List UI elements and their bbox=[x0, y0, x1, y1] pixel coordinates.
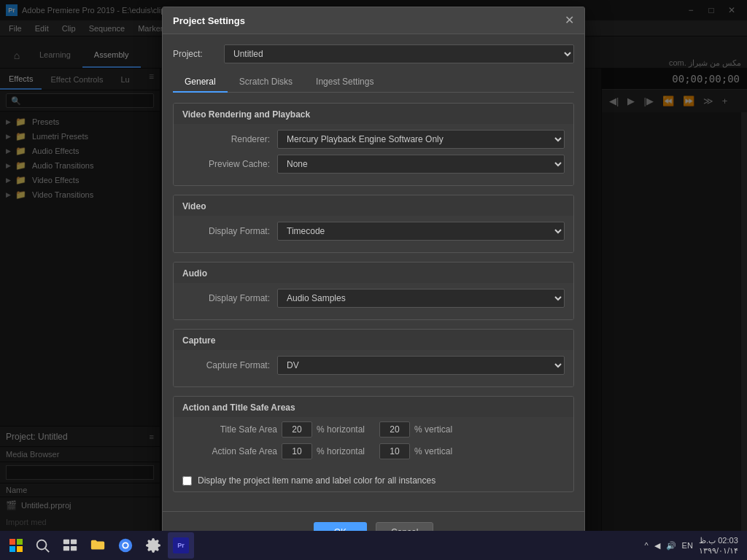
modal-title: Project Settings bbox=[173, 15, 245, 26]
taskbar-search[interactable] bbox=[29, 532, 55, 559]
action-safe-h-input[interactable] bbox=[282, 443, 312, 459]
preview-cache-label: Preview Cache: bbox=[182, 159, 270, 169]
taskbar-volume[interactable]: 🔊 bbox=[666, 541, 676, 551]
project-row-label: Project: bbox=[173, 49, 217, 59]
capture-section: Capture Capture Format: DV bbox=[173, 329, 574, 387]
modal-overlay: Project Settings ✕ Project: Untitled Gen… bbox=[0, 0, 747, 560]
svg-rect-2 bbox=[9, 546, 15, 552]
video-section: Video Display Format: Timecode bbox=[173, 195, 574, 253]
modal-titlebar: Project Settings ✕ bbox=[163, 7, 584, 34]
audio-format-label: Display Format: bbox=[182, 293, 270, 303]
action-safe-row: Action Safe Area % horizontal % vertical bbox=[182, 443, 565, 459]
title-safe-h-input[interactable] bbox=[282, 421, 312, 438]
svg-line-5 bbox=[45, 548, 49, 552]
modal-body: Project: Untitled General Scratch Disks … bbox=[163, 34, 584, 511]
video-rendering-content: Renderer: Mercury Playback Engine Softwa… bbox=[174, 124, 573, 185]
renderer-label: Renderer: bbox=[182, 134, 270, 144]
action-safe-v-unit: % vertical bbox=[414, 446, 452, 456]
preview-cache-row: Preview Cache: None bbox=[182, 155, 565, 174]
audio-format-select[interactable]: Audio Samples bbox=[277, 289, 565, 308]
action-safe-v-input[interactable] bbox=[379, 443, 410, 459]
title-safe-row: Title Safe Area % horizontal % vertical bbox=[182, 421, 565, 438]
video-format-row: Display Format: Timecode bbox=[182, 222, 565, 241]
taskbar-hidden-icons[interactable]: ^ bbox=[644, 541, 648, 550]
capture-section-content: Capture Format: DV bbox=[174, 350, 573, 386]
svg-rect-7 bbox=[71, 540, 77, 544]
taskbar-premiere[interactable]: Pr bbox=[168, 532, 194, 559]
title-safe-h-unit: % horizontal bbox=[317, 424, 365, 435]
taskbar-file-manager[interactable] bbox=[85, 532, 111, 559]
video-format-label: Display Format: bbox=[182, 226, 270, 236]
start-button[interactable] bbox=[3, 532, 29, 559]
video-rendering-section: Video Rendering and Playback Renderer: M… bbox=[173, 103, 574, 186]
capture-format-label: Capture Format: bbox=[182, 360, 270, 370]
modal-tab-scratch[interactable]: Scratch Disks bbox=[228, 72, 304, 93]
project-row: Project: Untitled bbox=[173, 44, 574, 63]
svg-rect-0 bbox=[9, 539, 15, 545]
preview-cache-select[interactable]: None bbox=[277, 155, 565, 174]
modal-tab-ingest[interactable]: Ingest Settings bbox=[304, 72, 385, 93]
action-safe-label: Action Safe Area bbox=[182, 446, 277, 456]
taskbar-browser[interactable] bbox=[112, 532, 139, 559]
audio-format-row: Display Format: Audio Samples bbox=[182, 289, 565, 308]
svg-rect-8 bbox=[63, 546, 69, 551]
taskbar-task-view[interactable] bbox=[57, 532, 83, 559]
modal-tabs: General Scratch Disks Ingest Settings bbox=[173, 72, 574, 93]
taskbar-network: ◀ bbox=[654, 541, 660, 551]
action-safe-h-unit: % horizontal bbox=[317, 446, 365, 456]
project-settings-dialog: Project Settings ✕ Project: Untitled Gen… bbox=[162, 7, 585, 553]
clock-time: 02:03 ب.ظ bbox=[699, 535, 738, 545]
renderer-row: Renderer: Mercury Playback Engine Softwa… bbox=[182, 130, 565, 149]
project-select[interactable]: Untitled bbox=[224, 44, 574, 63]
taskbar-lang: EN bbox=[682, 541, 693, 550]
modal-close-button[interactable]: ✕ bbox=[565, 15, 574, 26]
taskbar-settings[interactable] bbox=[140, 532, 166, 559]
title-safe-v-unit: % vertical bbox=[414, 424, 452, 435]
audio-section-title: Audio bbox=[174, 262, 573, 283]
taskbar-time: 02:03 ب.ظ ۱۳۹۹/۰۱/۱۴ bbox=[699, 535, 738, 556]
safe-areas-content: Title Safe Area % horizontal % vertical … bbox=[174, 417, 573, 470]
svg-rect-6 bbox=[63, 540, 69, 544]
clock-date: ۱۳۹۹/۰۱/۱۴ bbox=[699, 545, 738, 556]
svg-point-12 bbox=[123, 543, 128, 548]
audio-section-content: Display Format: Audio Samples bbox=[174, 283, 573, 319]
modal-tab-general[interactable]: General bbox=[173, 72, 228, 93]
svg-rect-9 bbox=[71, 546, 77, 551]
video-rendering-title: Video Rendering and Playback bbox=[174, 104, 573, 124]
taskbar-icons: Pr bbox=[29, 532, 194, 559]
taskbar: Pr 02:03 ب.ظ ۱۳۹۹/۰۱/۱۴ EN 🔊 ◀ ^ bbox=[0, 531, 747, 560]
taskbar-right: 02:03 ب.ظ ۱۳۹۹/۰۱/۱۴ EN 🔊 ◀ ^ bbox=[644, 535, 744, 556]
video-section-content: Display Format: Timecode bbox=[174, 216, 573, 252]
audio-section: Audio Display Format: Audio Samples bbox=[173, 262, 574, 320]
video-section-title: Video bbox=[174, 195, 573, 216]
capture-format-row: Capture Format: DV bbox=[182, 356, 565, 375]
label-color-checkbox[interactable] bbox=[182, 476, 192, 486]
checkbox-label: Display the project item name and label … bbox=[198, 475, 436, 486]
svg-point-4 bbox=[37, 540, 47, 550]
renderer-select[interactable]: Mercury Playback Engine Software Only bbox=[277, 130, 565, 149]
svg-rect-3 bbox=[17, 546, 23, 552]
checkbox-row: Display the project item name and label … bbox=[174, 470, 573, 491]
title-safe-v-input[interactable] bbox=[379, 421, 410, 438]
svg-rect-1 bbox=[17, 539, 23, 545]
safe-areas-section: Action and Title Safe Areas Title Safe A… bbox=[173, 396, 574, 492]
title-safe-label: Title Safe Area bbox=[182, 424, 277, 435]
capture-section-title: Capture bbox=[174, 330, 573, 350]
capture-format-select[interactable]: DV bbox=[277, 356, 565, 375]
video-format-select[interactable]: Timecode bbox=[277, 222, 565, 241]
safe-areas-title: Action and Title Safe Areas bbox=[174, 397, 573, 417]
